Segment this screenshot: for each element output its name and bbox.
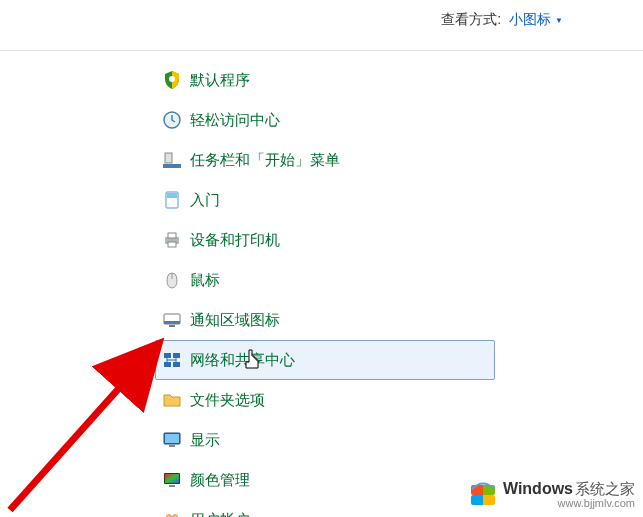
svg-rect-12: [169, 325, 175, 327]
item-notification-icons[interactable]: 通知区域图标: [155, 300, 495, 340]
item-label: 通知区域图标: [190, 311, 280, 330]
item-label: 用户帐户: [190, 511, 250, 518]
svg-rect-14: [173, 353, 180, 358]
view-mode-dropdown[interactable]: 小图标 ▼: [509, 11, 563, 29]
svg-rect-15: [164, 362, 171, 367]
page-icon: [162, 190, 182, 210]
svg-rect-21: [165, 474, 179, 483]
clock-icon: [162, 110, 182, 130]
item-label: 鼠标: [190, 271, 220, 290]
dropdown-icon: ▼: [555, 16, 563, 25]
item-label: 任务栏和「开始」菜单: [190, 151, 340, 170]
item-ease-of-access[interactable]: 轻松访问中心: [155, 100, 495, 140]
item-label: 轻松访问中心: [190, 111, 280, 130]
item-display[interactable]: 显示: [155, 420, 495, 460]
item-label: 入门: [190, 191, 220, 210]
item-mouse[interactable]: 鼠标: [155, 260, 495, 300]
svg-rect-5: [167, 193, 177, 198]
windows-logo-icon: [469, 481, 497, 509]
svg-rect-7: [168, 233, 176, 238]
display-icon: [162, 430, 182, 450]
svg-point-0: [169, 76, 175, 82]
svg-rect-3: [163, 164, 181, 168]
svg-rect-19: [169, 445, 175, 447]
svg-rect-2: [165, 153, 172, 163]
item-user-accounts[interactable]: 用户帐户: [155, 500, 495, 517]
divider: [0, 50, 643, 51]
watermark-suffix: 系统之家: [575, 480, 635, 497]
mouse-icon: [162, 270, 182, 290]
item-label: 设备和打印机: [190, 231, 280, 250]
item-label: 文件夹选项: [190, 391, 265, 410]
users-icon: [162, 510, 182, 517]
item-label: 颜色管理: [190, 471, 250, 490]
item-color-management[interactable]: 颜色管理: [155, 460, 495, 500]
item-label: 网络和共享中心: [190, 351, 295, 370]
shield-icon: [162, 70, 182, 90]
folder-icon: [162, 390, 182, 410]
item-network-sharing[interactable]: 网络和共享中心: [155, 340, 495, 380]
network-icon: [162, 350, 182, 370]
svg-rect-16: [173, 362, 180, 367]
item-taskbar-start-menu[interactable]: 任务栏和「开始」菜单: [155, 140, 495, 180]
item-getting-started[interactable]: 入门: [155, 180, 495, 220]
svg-rect-22: [169, 485, 175, 487]
taskbar-icon: [162, 150, 182, 170]
svg-rect-13: [164, 353, 171, 358]
svg-rect-8: [168, 242, 176, 247]
tray-icon: [162, 310, 182, 330]
printer-icon: [162, 230, 182, 250]
item-default-programs[interactable]: 默认程序: [155, 60, 495, 100]
watermark: Windows系统之家 www.bjjmlv.com: [469, 480, 635, 509]
view-mode-text: 小图标: [509, 11, 551, 29]
control-panel-list: 默认程序 轻松访问中心 任务栏和「开始」菜单 入门 设备和打印机 鼠标: [155, 60, 495, 517]
color-icon: [162, 470, 182, 490]
svg-line-25: [10, 348, 155, 510]
item-devices-printers[interactable]: 设备和打印机: [155, 220, 495, 260]
svg-rect-11: [164, 321, 180, 324]
item-label: 显示: [190, 431, 220, 450]
watermark-brand: Windows: [503, 480, 573, 497]
item-label: 默认程序: [190, 71, 250, 90]
item-folder-options[interactable]: 文件夹选项: [155, 380, 495, 420]
view-label: 查看方式:: [441, 11, 501, 29]
svg-rect-18: [165, 434, 179, 443]
